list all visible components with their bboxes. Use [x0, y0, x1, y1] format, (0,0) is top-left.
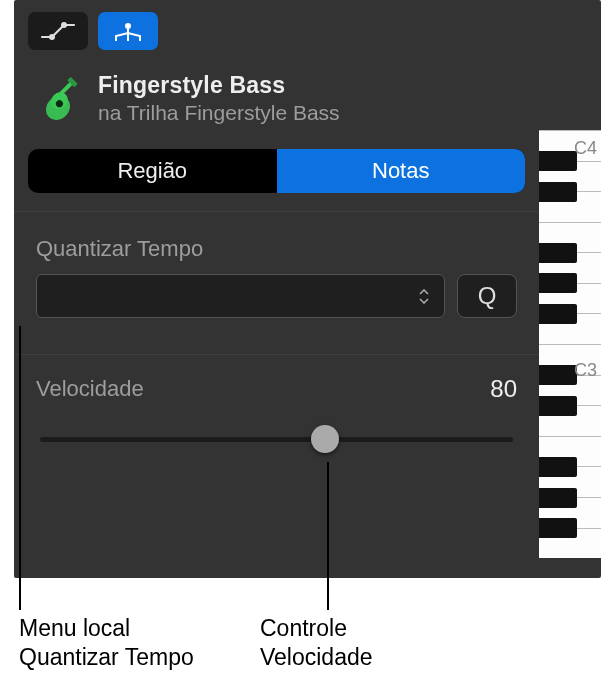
velocity-label: Velocidade [36, 376, 144, 402]
callout-line [19, 326, 21, 610]
guitar-icon [33, 73, 83, 123]
automation-curve-icon [40, 21, 76, 41]
midi-edit-button[interactable] [98, 12, 158, 50]
svg-point-2 [125, 23, 131, 29]
region-header: Fingerstyle Bass na Trilha Fingerstyle B… [14, 50, 539, 143]
velocity-slider[interactable] [36, 425, 517, 453]
region-subtitle: na Trilha Fingerstyle Bass [98, 101, 340, 125]
view-toolbar [14, 0, 539, 50]
inspector-panel: Fingerstyle Bass na Trilha Fingerstyle B… [14, 0, 601, 578]
velocity-value: 80 [490, 375, 517, 403]
tab-notes[interactable]: Notas [277, 149, 526, 193]
svg-point-0 [49, 34, 55, 40]
slider-track [40, 437, 513, 442]
callout-velocity-control: Controle Velocidade [260, 614, 373, 672]
midi-merge-icon [110, 19, 146, 43]
divider [14, 211, 539, 212]
quantize-time-menu[interactable] [36, 274, 445, 318]
octave-label-c4: C4 [574, 138, 597, 159]
callout-line [327, 462, 329, 610]
inspector-tabs: Região Notas [28, 149, 525, 193]
velocity-section: Velocidade 80 [14, 355, 539, 453]
track-icon [32, 72, 84, 124]
quantize-label: Quantizar Tempo [36, 236, 517, 262]
chevron-updown-icon [414, 275, 434, 317]
slider-knob[interactable] [311, 425, 339, 453]
quantize-button[interactable]: Q [457, 274, 517, 318]
svg-point-1 [61, 22, 67, 28]
divider [14, 354, 539, 355]
octave-label-c3: C3 [574, 360, 597, 381]
automation-view-button[interactable] [28, 12, 88, 50]
callout-quantize-menu: Menu local Quantizar Tempo [19, 614, 194, 672]
tab-region[interactable]: Região [28, 149, 277, 193]
piano-ruler[interactable] [539, 130, 601, 558]
quantize-section: Quantizar Tempo Q [14, 212, 539, 328]
region-title: Fingerstyle Bass [98, 72, 340, 99]
